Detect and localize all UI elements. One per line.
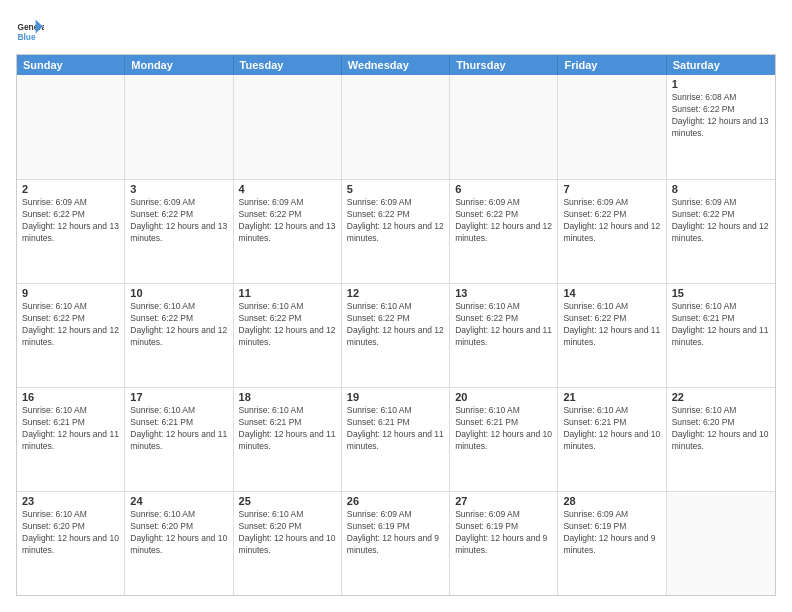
- day-info: Sunrise: 6:08 AM Sunset: 6:22 PM Dayligh…: [672, 92, 770, 140]
- weekday-header-thursday: Thursday: [450, 55, 558, 75]
- day-info: Sunrise: 6:09 AM Sunset: 6:22 PM Dayligh…: [347, 197, 444, 245]
- calendar-cell: 19Sunrise: 6:10 AM Sunset: 6:21 PM Dayli…: [342, 388, 450, 491]
- day-info: Sunrise: 6:09 AM Sunset: 6:22 PM Dayligh…: [130, 197, 227, 245]
- page: General Blue SundayMondayTuesdayWednesda…: [0, 0, 792, 612]
- day-number: 14: [563, 287, 660, 299]
- calendar-cell: 27Sunrise: 6:09 AM Sunset: 6:19 PM Dayli…: [450, 492, 558, 595]
- day-number: 1: [672, 78, 770, 90]
- calendar: SundayMondayTuesdayWednesdayThursdayFrid…: [16, 54, 776, 596]
- day-number: 11: [239, 287, 336, 299]
- weekday-header-monday: Monday: [125, 55, 233, 75]
- day-info: Sunrise: 6:09 AM Sunset: 6:22 PM Dayligh…: [672, 197, 770, 245]
- calendar-row-5: 23Sunrise: 6:10 AM Sunset: 6:20 PM Dayli…: [17, 491, 775, 595]
- day-info: Sunrise: 6:09 AM Sunset: 6:22 PM Dayligh…: [563, 197, 660, 245]
- day-number: 10: [130, 287, 227, 299]
- day-info: Sunrise: 6:10 AM Sunset: 6:22 PM Dayligh…: [455, 301, 552, 349]
- calendar-row-3: 9Sunrise: 6:10 AM Sunset: 6:22 PM Daylig…: [17, 283, 775, 387]
- calendar-cell: 1Sunrise: 6:08 AM Sunset: 6:22 PM Daylig…: [667, 75, 775, 179]
- calendar-cell: 20Sunrise: 6:10 AM Sunset: 6:21 PM Dayli…: [450, 388, 558, 491]
- day-info: Sunrise: 6:09 AM Sunset: 6:19 PM Dayligh…: [347, 509, 444, 557]
- day-number: 23: [22, 495, 119, 507]
- day-info: Sunrise: 6:10 AM Sunset: 6:21 PM Dayligh…: [22, 405, 119, 453]
- day-info: Sunrise: 6:10 AM Sunset: 6:21 PM Dayligh…: [672, 301, 770, 349]
- day-number: 17: [130, 391, 227, 403]
- day-info: Sunrise: 6:09 AM Sunset: 6:22 PM Dayligh…: [239, 197, 336, 245]
- day-info: Sunrise: 6:09 AM Sunset: 6:19 PM Dayligh…: [455, 509, 552, 557]
- calendar-cell: 15Sunrise: 6:10 AM Sunset: 6:21 PM Dayli…: [667, 284, 775, 387]
- calendar-cell: 13Sunrise: 6:10 AM Sunset: 6:22 PM Dayli…: [450, 284, 558, 387]
- day-info: Sunrise: 6:10 AM Sunset: 6:21 PM Dayligh…: [239, 405, 336, 453]
- weekday-header-sunday: Sunday: [17, 55, 125, 75]
- day-number: 24: [130, 495, 227, 507]
- day-number: 28: [563, 495, 660, 507]
- calendar-cell: [234, 75, 342, 179]
- weekday-header-saturday: Saturday: [667, 55, 775, 75]
- day-info: Sunrise: 6:10 AM Sunset: 6:20 PM Dayligh…: [672, 405, 770, 453]
- day-number: 12: [347, 287, 444, 299]
- day-number: 27: [455, 495, 552, 507]
- calendar-row-4: 16Sunrise: 6:10 AM Sunset: 6:21 PM Dayli…: [17, 387, 775, 491]
- day-info: Sunrise: 6:09 AM Sunset: 6:22 PM Dayligh…: [455, 197, 552, 245]
- calendar-header: SundayMondayTuesdayWednesdayThursdayFrid…: [17, 55, 775, 75]
- calendar-cell: 2Sunrise: 6:09 AM Sunset: 6:22 PM Daylig…: [17, 180, 125, 283]
- calendar-cell: 16Sunrise: 6:10 AM Sunset: 6:21 PM Dayli…: [17, 388, 125, 491]
- day-number: 16: [22, 391, 119, 403]
- day-number: 9: [22, 287, 119, 299]
- day-number: 8: [672, 183, 770, 195]
- calendar-cell: 10Sunrise: 6:10 AM Sunset: 6:22 PM Dayli…: [125, 284, 233, 387]
- calendar-cell: 28Sunrise: 6:09 AM Sunset: 6:19 PM Dayli…: [558, 492, 666, 595]
- calendar-cell: [558, 75, 666, 179]
- day-number: 3: [130, 183, 227, 195]
- day-number: 18: [239, 391, 336, 403]
- day-number: 2: [22, 183, 119, 195]
- day-info: Sunrise: 6:10 AM Sunset: 6:21 PM Dayligh…: [455, 405, 552, 453]
- day-info: Sunrise: 6:10 AM Sunset: 6:22 PM Dayligh…: [239, 301, 336, 349]
- calendar-row-1: 1Sunrise: 6:08 AM Sunset: 6:22 PM Daylig…: [17, 75, 775, 179]
- day-number: 26: [347, 495, 444, 507]
- day-info: Sunrise: 6:09 AM Sunset: 6:19 PM Dayligh…: [563, 509, 660, 557]
- day-info: Sunrise: 6:10 AM Sunset: 6:21 PM Dayligh…: [130, 405, 227, 453]
- header: General Blue: [16, 16, 776, 44]
- day-info: Sunrise: 6:10 AM Sunset: 6:21 PM Dayligh…: [347, 405, 444, 453]
- calendar-cell: 24Sunrise: 6:10 AM Sunset: 6:20 PM Dayli…: [125, 492, 233, 595]
- calendar-cell: 7Sunrise: 6:09 AM Sunset: 6:22 PM Daylig…: [558, 180, 666, 283]
- day-number: 22: [672, 391, 770, 403]
- calendar-cell: 25Sunrise: 6:10 AM Sunset: 6:20 PM Dayli…: [234, 492, 342, 595]
- calendar-cell: 18Sunrise: 6:10 AM Sunset: 6:21 PM Dayli…: [234, 388, 342, 491]
- calendar-cell: [342, 75, 450, 179]
- calendar-cell: 11Sunrise: 6:10 AM Sunset: 6:22 PM Dayli…: [234, 284, 342, 387]
- calendar-cell: 8Sunrise: 6:09 AM Sunset: 6:22 PM Daylig…: [667, 180, 775, 283]
- calendar-cell: 21Sunrise: 6:10 AM Sunset: 6:21 PM Dayli…: [558, 388, 666, 491]
- calendar-cell: 17Sunrise: 6:10 AM Sunset: 6:21 PM Dayli…: [125, 388, 233, 491]
- day-info: Sunrise: 6:10 AM Sunset: 6:22 PM Dayligh…: [347, 301, 444, 349]
- calendar-cell: 26Sunrise: 6:09 AM Sunset: 6:19 PM Dayli…: [342, 492, 450, 595]
- calendar-cell: [450, 75, 558, 179]
- logo: General Blue: [16, 16, 48, 44]
- day-number: 15: [672, 287, 770, 299]
- calendar-cell: 23Sunrise: 6:10 AM Sunset: 6:20 PM Dayli…: [17, 492, 125, 595]
- calendar-row-2: 2Sunrise: 6:09 AM Sunset: 6:22 PM Daylig…: [17, 179, 775, 283]
- day-number: 13: [455, 287, 552, 299]
- calendar-body: 1Sunrise: 6:08 AM Sunset: 6:22 PM Daylig…: [17, 75, 775, 595]
- day-info: Sunrise: 6:10 AM Sunset: 6:22 PM Dayligh…: [22, 301, 119, 349]
- calendar-cell: [125, 75, 233, 179]
- day-number: 21: [563, 391, 660, 403]
- calendar-cell: [667, 492, 775, 595]
- day-number: 7: [563, 183, 660, 195]
- weekday-header-tuesday: Tuesday: [234, 55, 342, 75]
- calendar-cell: 6Sunrise: 6:09 AM Sunset: 6:22 PM Daylig…: [450, 180, 558, 283]
- day-number: 20: [455, 391, 552, 403]
- calendar-cell: 3Sunrise: 6:09 AM Sunset: 6:22 PM Daylig…: [125, 180, 233, 283]
- calendar-cell: 4Sunrise: 6:09 AM Sunset: 6:22 PM Daylig…: [234, 180, 342, 283]
- day-number: 5: [347, 183, 444, 195]
- day-number: 4: [239, 183, 336, 195]
- day-number: 19: [347, 391, 444, 403]
- day-info: Sunrise: 6:10 AM Sunset: 6:22 PM Dayligh…: [130, 301, 227, 349]
- calendar-cell: 22Sunrise: 6:10 AM Sunset: 6:20 PM Dayli…: [667, 388, 775, 491]
- day-info: Sunrise: 6:10 AM Sunset: 6:20 PM Dayligh…: [130, 509, 227, 557]
- day-info: Sunrise: 6:10 AM Sunset: 6:21 PM Dayligh…: [563, 405, 660, 453]
- weekday-header-wednesday: Wednesday: [342, 55, 450, 75]
- logo-icon: General Blue: [16, 16, 44, 44]
- calendar-cell: [17, 75, 125, 179]
- weekday-header-friday: Friday: [558, 55, 666, 75]
